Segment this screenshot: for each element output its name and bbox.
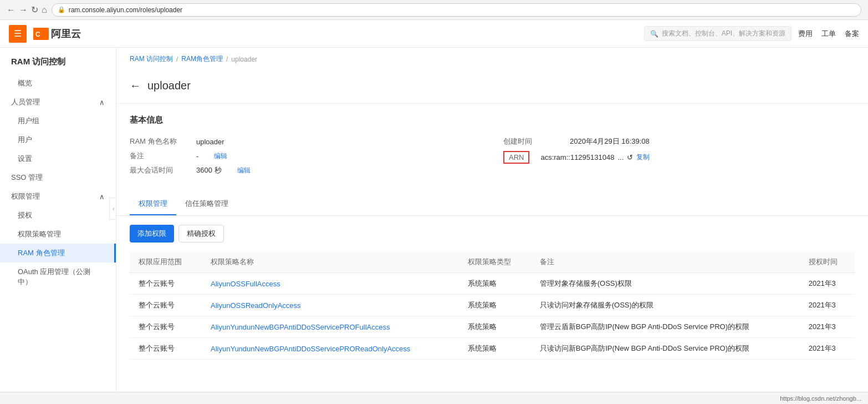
page-title: uploader [147, 79, 191, 92]
basic-info-section: 基本信息 RAM 角色名称 uploader 备注 - 编辑 [116, 104, 868, 189]
page-back-button[interactable]: ← [130, 79, 141, 92]
address-text: ram.console.aliyun.com/roles/uploader [69, 6, 182, 14]
policy-name-link[interactable]: AliyunYundunNewBGPAntiDDoSServicePROFull… [211, 323, 390, 331]
sidebar-item-auth[interactable]: 授权 [0, 206, 116, 225]
nav-refresh-btn[interactable]: ↻ [31, 4, 38, 15]
status-bar: https://blog.csdn.net/zhongb... [0, 392, 868, 404]
address-bar[interactable]: 🔒 ram.console.aliyun.com/roles/uploader [52, 3, 861, 17]
policy-name-link[interactable]: AliyunOSSFullAccess [211, 280, 280, 288]
td-policy-name: AliyunOSSReadOnlyAccess [202, 295, 459, 316]
sidebar-item-overview[interactable]: 概览 [0, 74, 116, 93]
breadcrumb-sep1: / [176, 55, 178, 63]
hamburger-button[interactable]: ☰ [9, 25, 27, 43]
td-time: 2021年3 [800, 338, 855, 360]
logo-area: C 阿里云 [33, 27, 81, 41]
table-actions: 添加权限 精确授权 [130, 225, 855, 243]
search-placeholder-text: 搜索文档、控制台、API、解决方案和资源 [662, 29, 785, 38]
td-note: 只读访问对象存储服务(OSS)的权限 [531, 295, 800, 316]
td-note: 管理云盾新BGP高防IP(New BGP Anti-DDoS Service P… [531, 316, 800, 338]
td-note: 管理对象存储服务(OSS)权限 [531, 273, 800, 295]
table-row: 整个云账号AliyunYundunNewBGPAntiDDoSServicePR… [130, 316, 855, 338]
basic-info-title: 基本信息 [130, 115, 855, 125]
th-policy-type: 权限策略类型 [459, 251, 531, 273]
nav-back-btn[interactable]: ← [7, 5, 16, 15]
sidebar-collapse-button[interactable]: ‹ [109, 198, 116, 220]
sidebar-section-personnel[interactable]: 人员管理 ∧ [0, 93, 116, 112]
nav-link-record[interactable]: 备案 [845, 29, 859, 39]
td-time: 2021年3 [800, 273, 855, 295]
label-created: 创建时间 [503, 137, 559, 147]
permissions-table: 权限应用范围 权限策略名称 权限策略类型 备注 授权时间 整个云账号Aliyun… [130, 251, 855, 360]
sidebar-section-personnel-label: 人员管理 [11, 97, 40, 107]
browser-bar: ← → ↻ ⌂ 🔒 ram.console.aliyun.com/roles/u… [0, 0, 868, 20]
th-scope: 权限应用范围 [130, 251, 202, 273]
td-policy-type: 系统策略 [459, 273, 531, 295]
value-session: 3600 秒 [196, 165, 222, 175]
sidebar-section-permissions[interactable]: 权限管理 ∧ [0, 187, 116, 206]
sidebar-item-oauth[interactable]: OAuth 应用管理（公测中） [0, 262, 116, 291]
td-time: 2021年3 [800, 295, 855, 316]
add-permission-button[interactable]: 添加权限 [130, 225, 174, 243]
value-note: - [196, 152, 198, 160]
td-time: 2021年3 [800, 316, 855, 338]
label-note: 备注 [130, 151, 185, 161]
nav-link-fee[interactable]: 费用 [798, 29, 813, 39]
nav-forward-btn[interactable]: → [19, 5, 28, 15]
nav-home-btn[interactable]: ⌂ [42, 5, 47, 15]
breadcrumb-sep2: / [226, 55, 228, 63]
sidebar-section-permissions-chevron: ∧ [99, 193, 105, 201]
breadcrumb-roles[interactable]: RAM角色管理 [181, 54, 223, 64]
info-row-rolename: RAM 角色名称 uploader [130, 134, 481, 149]
td-policy-name: AliyunYundunNewBGPAntiDDoSServicePRORead… [202, 338, 459, 360]
policy-name-link[interactable]: AliyunOSSReadOnlyAccess [211, 301, 301, 310]
info-grid: RAM 角色名称 uploader 备注 - 编辑 最大会话时间 3600 秒 … [130, 134, 855, 178]
breadcrumb: RAM 访问控制 / RAM角色管理 / uploader [116, 48, 868, 70]
arn-value-text: acs:ram::11295131048 [540, 153, 614, 161]
sidebar-title: RAM 访问控制 [0, 48, 116, 74]
td-policy-type: 系统策略 [459, 295, 531, 316]
arn-copy-button[interactable]: 复制 [636, 153, 650, 162]
td-scope: 整个云账号 [130, 273, 202, 295]
table-row: 整个云账号AliyunYundunNewBGPAntiDDoSServicePR… [130, 338, 855, 360]
arn-value-container: acs:ram::11295131048 ... ↺ 复制 [540, 153, 650, 162]
th-policy-name: 权限策略名称 [202, 251, 459, 273]
browser-nav: ← → ↻ ⌂ [7, 4, 47, 15]
breadcrumb-ram[interactable]: RAM 访问控制 [130, 54, 173, 64]
logo-icon: C [33, 28, 49, 40]
td-policy-name: AliyunYundunNewBGPAntiDDoSServicePROFull… [202, 316, 459, 338]
main-content: RAM 访问控制 / RAM角色管理 / uploader ← uploader… [116, 48, 868, 392]
td-scope: 整个云账号 [130, 338, 202, 360]
sidebar-item-user[interactable]: 用户 [0, 130, 116, 149]
label-rolename: RAM 角色名称 [130, 137, 185, 147]
sidebar-item-usergroup[interactable]: 用户组 [0, 112, 116, 130]
svg-text:C: C [35, 31, 40, 38]
sidebar-section-sso-label: SSO 管理 [11, 173, 43, 183]
edit-note-link[interactable]: 编辑 [214, 152, 227, 161]
nav-link-ticket[interactable]: 工单 [821, 29, 836, 39]
info-row-session: 最大会话时间 3600 秒 编辑 [130, 163, 481, 178]
sidebar-item-policy-mgmt[interactable]: 权限策略管理 [0, 225, 116, 244]
info-row-arn: ARN acs:ram::11295131048 ... ↺ 复制 [503, 149, 855, 166]
precise-auth-button[interactable]: 精确授权 [178, 225, 224, 243]
top-navbar: ☰ C 阿里云 🔍 搜索文档、控制台、API、解决方案和资源 费用 工单 备案 [0, 20, 868, 48]
td-note: 只读访问新BGP高防IP(New BGP Anti-DDoS Service P… [531, 338, 800, 360]
sidebar-section-personnel-chevron: ∧ [99, 98, 105, 107]
label-session: 最大会话时间 [130, 165, 185, 175]
value-rolename: uploader [196, 138, 224, 146]
tab-trust-policy[interactable]: 信任策略管理 [176, 193, 237, 215]
status-bar-text: https://blog.csdn.net/zhongb... [780, 395, 861, 402]
arn-refresh-icon[interactable]: ↺ [627, 153, 633, 161]
edit-session-link[interactable]: 编辑 [237, 166, 251, 175]
arn-value-extra: ... [617, 153, 624, 161]
sidebar-section-sso[interactable]: SSO 管理 [0, 168, 116, 187]
label-arn: ARN [503, 151, 529, 164]
nav-search[interactable]: 🔍 搜索文档、控制台、API、解决方案和资源 [644, 26, 792, 41]
tab-permissions[interactable]: 权限管理 [130, 193, 176, 215]
table-header-row: 权限应用范围 权限策略名称 权限策略类型 备注 授权时间 [130, 251, 855, 273]
th-note: 备注 [531, 251, 800, 273]
sidebar-item-settings[interactable]: 设置 [0, 149, 116, 168]
value-created: 2020年4月29日 16:39:08 [570, 137, 650, 147]
policy-name-link[interactable]: AliyunYundunNewBGPAntiDDoSServicePRORead… [211, 345, 410, 353]
sidebar-item-ram-roles[interactable]: RAM 角色管理 [0, 244, 116, 262]
info-row-created: 创建时间 2020年4月29日 16:39:08 [503, 134, 855, 149]
